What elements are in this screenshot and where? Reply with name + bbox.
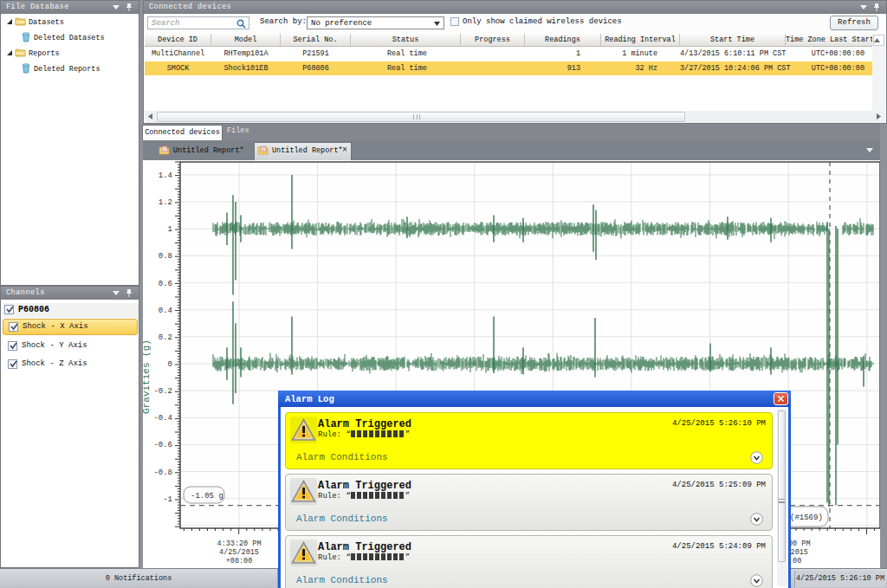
svg-text:-0.8: -0.8 (153, 468, 172, 477)
svg-text:1: 1 (168, 225, 172, 234)
svg-text:0.8: 0.8 (159, 252, 172, 261)
svg-text:0.4: 0.4 (159, 307, 172, 315)
svg-text:1.2: 1.2 (159, 198, 172, 207)
svg-text:-0.4: -0.4 (153, 414, 172, 423)
svg-text:4:33:20 PM: 4:33:20 PM (217, 540, 261, 548)
svg-text:+08:00: +08:00 (226, 557, 253, 565)
svg-text:1.4: 1.4 (159, 171, 172, 180)
svg-text:-1: -1 (163, 495, 172, 504)
svg-text:0.6: 0.6 (159, 280, 172, 288)
svg-text:Gravities (g): Gravities (g) (143, 339, 152, 414)
svg-text:-1.05 g: -1.05 g (191, 492, 223, 501)
svg-text:4/25/2015: 4/25/2015 (219, 548, 259, 557)
svg-text:(#1569): (#1569) (790, 514, 823, 522)
svg-text:-0.6: -0.6 (153, 441, 172, 449)
svg-text:-0.2: -0.2 (153, 387, 172, 396)
svg-text:0: 0 (168, 360, 172, 369)
svg-text:0.2: 0.2 (159, 333, 172, 342)
